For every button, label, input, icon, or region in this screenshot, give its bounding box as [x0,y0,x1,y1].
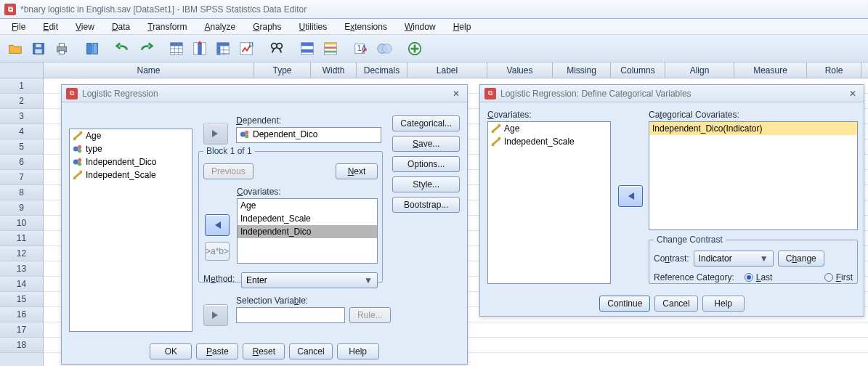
close-icon[interactable]: ✕ [846,89,859,99]
covariates-list[interactable]: AgeIndepedent_ScaleIndependent_Dico [237,198,378,264]
menu-transform[interactable]: Transform [140,20,194,33]
menu-graphs[interactable]: Graphs [246,20,288,33]
column-header[interactable]: Measure [734,62,807,78]
covariate-item[interactable]: Independent_Dico [238,225,377,238]
categorical-covariates-list[interactable]: Independent_Dico(Indicator) [649,121,858,230]
recall-dialog-icon[interactable] [81,38,103,60]
style-button[interactable]: Style... [392,176,460,192]
cancel-button[interactable]: Cancel [289,343,332,359]
value-labels-icon[interactable] [373,38,395,60]
help-button[interactable]: Help [702,296,745,312]
next-button[interactable]: Next [336,163,378,179]
variable-item[interactable]: Independent_Dico [70,155,192,168]
row-number[interactable]: 18 [0,338,43,353]
menu-extensions[interactable]: Extensions [337,20,394,33]
row-number[interactable]: 13 [0,261,43,277]
row-number[interactable]: 4 [0,124,43,139]
print-icon[interactable] [51,38,73,60]
save-icon[interactable] [28,38,49,60]
column-header[interactable]: Width [311,62,357,78]
column-header[interactable]: Name [44,62,254,78]
covariates-left-list[interactable]: AgeIndepedent_Scale [487,121,611,284]
covariate-item[interactable]: Indepedent_Scale [238,212,377,225]
split-file-icon[interactable] [296,38,318,60]
dialog-titlebar[interactable]: ⧉ Logistic Regression ✕ [62,85,467,102]
continue-button[interactable]: Continue [599,296,650,312]
covariate-item[interactable]: Age [488,122,610,135]
column-header[interactable]: Decimals [357,62,407,78]
find-icon[interactable] [266,38,288,60]
close-icon[interactable]: ✕ [450,89,463,99]
undo-icon[interactable] [112,38,134,60]
reset-button[interactable]: Reset [243,343,285,359]
covariate-item[interactable]: Age [238,199,377,212]
weight-cases-icon[interactable] [320,38,341,60]
move-to-selection-button[interactable] [203,304,228,326]
categorical-button[interactable]: Categorical... [392,115,460,131]
goto-case-icon[interactable] [166,38,187,60]
column-header[interactable]: Role [807,62,861,78]
method-select[interactable]: Enter▼ [241,272,378,288]
ok-button[interactable]: OK [150,343,192,359]
row-number[interactable]: 2 [0,94,43,109]
rule-button[interactable]: Rule... [349,307,391,323]
interaction-button[interactable]: >a*b> [205,242,230,261]
row-number[interactable]: 16 [0,307,43,322]
variable-item[interactable]: type [70,142,192,155]
row-number[interactable]: 9 [0,200,43,216]
column-header[interactable]: Values [487,62,553,78]
previous-button[interactable]: Previous [203,163,253,179]
menu-utilities[interactable]: Utilities [292,20,335,33]
source-variable-list[interactable]: AgetypeIndependent_DicoIndepedent_Scale [69,129,192,332]
menu-help[interactable]: Help [446,20,479,33]
move-to-categorical-button[interactable] [618,185,643,207]
column-header[interactable]: Columns [611,62,665,78]
row-number[interactable]: 15 [0,292,43,307]
dependent-field[interactable]: Dependent_Dico [236,127,381,143]
row-number[interactable]: 11 [0,231,43,246]
menu-view[interactable]: View [68,20,102,33]
menu-file[interactable]: File [4,20,33,33]
row-number[interactable]: 6 [0,155,43,170]
menu-edit[interactable]: Edit [36,20,65,33]
row-number[interactable]: 5 [0,139,43,155]
column-header[interactable]: Label [407,62,487,78]
customize-toolbar-icon[interactable] [404,38,426,60]
row-number[interactable]: 1 [0,78,43,94]
goto-variable-icon[interactable] [189,38,211,60]
row-number[interactable]: 14 [0,277,43,292]
ref-last-radio[interactable]: Last [745,272,773,282]
redo-icon[interactable] [135,38,157,60]
row-number[interactable]: 8 [0,185,43,200]
row-number[interactable]: 17 [0,322,43,338]
bootstrap-button[interactable]: Bootstrap... [392,197,460,213]
variable-item[interactable]: Indepedent_Scale [70,168,192,182]
move-to-covariates-button[interactable] [205,214,230,236]
select-cases-icon[interactable]: 1A [350,38,372,60]
open-file-icon[interactable] [4,38,26,60]
ref-first-radio[interactable]: First [824,272,853,282]
options-button[interactable]: Options... [392,156,460,172]
menu-analyze[interactable]: Analyze [197,20,243,33]
save-button[interactable]: Save... [392,136,460,152]
covariate-item[interactable]: Indepedent_Scale [488,135,610,148]
run-descriptives-icon[interactable]: μ [235,38,257,60]
change-button[interactable]: Change [778,251,824,267]
categorical-covariate-item[interactable]: Independent_Dico(Indicator) [649,122,857,135]
row-number[interactable]: 7 [0,170,43,185]
menu-data[interactable]: Data [105,20,137,33]
menu-window[interactable]: Window [397,20,443,33]
variable-item[interactable]: Age [70,129,192,142]
row-number[interactable]: 10 [0,216,43,231]
help-button[interactable]: Help [337,343,379,359]
row-number[interactable]: 12 [0,246,43,261]
dialog-titlebar[interactable]: ⧉ Logistic Regression: Define Categorica… [480,85,864,102]
variables-icon[interactable] [212,38,234,60]
column-header[interactable]: Missing [553,62,611,78]
column-header[interactable]: Align [665,62,734,78]
cancel-button[interactable]: Cancel [654,296,697,312]
contrast-select[interactable]: Indicator▼ [694,251,774,267]
column-header[interactable]: Type [254,62,311,78]
paste-button[interactable]: Paste [196,343,238,359]
selection-variable-input[interactable] [236,307,345,323]
